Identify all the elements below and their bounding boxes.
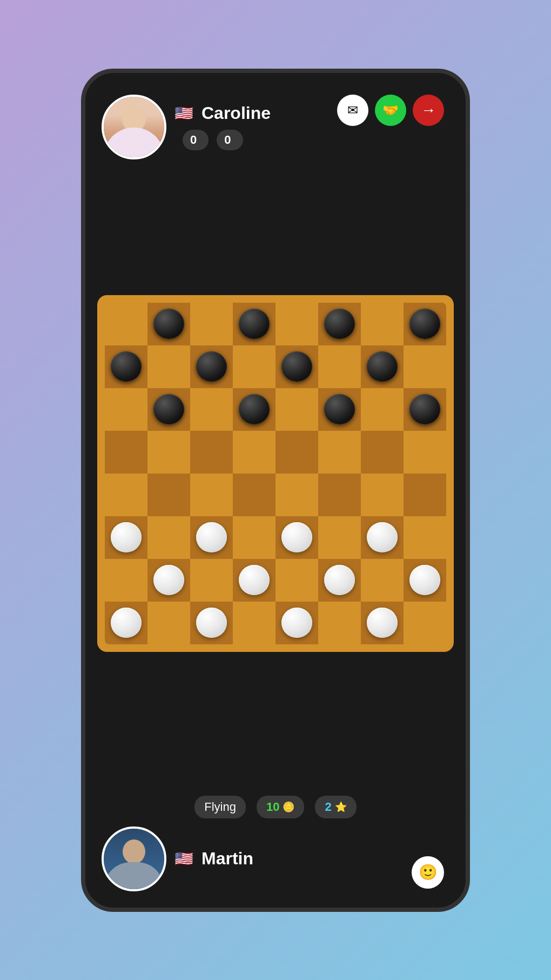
checker-black-2-1[interactable] (153, 394, 184, 425)
cell-6-4[interactable] (276, 559, 318, 602)
cell-1-5[interactable] (318, 345, 361, 388)
cell-6-0[interactable] (105, 559, 147, 602)
checker-white-7-0[interactable] (111, 608, 142, 638)
checker-white-5-2[interactable] (196, 522, 227, 553)
cell-6-2[interactable] (190, 559, 233, 602)
checker-black-1-4[interactable] (281, 351, 312, 382)
handshake-button[interactable]: 🤝 (375, 95, 406, 126)
cell-1-3[interactable] (233, 345, 276, 388)
checker-black-0-1[interactable] (153, 309, 184, 339)
checker-black-2-3[interactable] (239, 394, 270, 425)
checker-black-1-6[interactable] (367, 351, 398, 382)
checker-white-5-6[interactable] (367, 522, 398, 553)
cell-2-4[interactable] (276, 388, 318, 431)
cell-5-1[interactable] (147, 516, 190, 559)
cell-5-5[interactable] (318, 516, 361, 559)
cell-7-6[interactable] (361, 602, 404, 644)
cell-1-6[interactable] (361, 345, 404, 388)
cell-0-3[interactable] (233, 303, 276, 345)
checker-black-2-5[interactable] (324, 394, 355, 425)
cell-4-6[interactable] (361, 474, 404, 516)
cell-0-0[interactable] (105, 303, 147, 345)
cell-0-4[interactable] (276, 303, 318, 345)
coins-pill: 10 🪙 (257, 796, 304, 818)
cell-2-2[interactable] (190, 388, 233, 431)
checker-black-0-7[interactable] (409, 309, 440, 339)
cell-0-5[interactable] (318, 303, 361, 345)
cell-7-4[interactable] (276, 602, 318, 644)
cell-5-0[interactable] (105, 516, 147, 559)
cell-3-0[interactable] (105, 431, 147, 474)
cell-5-2[interactable] (190, 516, 233, 559)
cell-4-7[interactable] (404, 474, 446, 516)
cell-4-2[interactable] (190, 474, 233, 516)
cell-3-3[interactable] (233, 431, 276, 474)
bottom-info-bar: Flying 10 🪙 2 ⭐ (96, 788, 455, 824)
cell-0-2[interactable] (190, 303, 233, 345)
cell-6-6[interactable] (361, 559, 404, 602)
caroline-flag: 🇺🇸 (174, 104, 193, 122)
checker-black-0-5[interactable] (324, 309, 355, 339)
cell-7-2[interactable] (190, 602, 233, 644)
checker-white-6-3[interactable] (239, 565, 270, 596)
checker-white-7-6[interactable] (367, 608, 398, 638)
cell-4-5[interactable] (318, 474, 361, 516)
cell-2-1[interactable] (147, 388, 190, 431)
cell-4-0[interactable] (105, 474, 147, 516)
cell-3-5[interactable] (318, 431, 361, 474)
checker-black-0-3[interactable] (239, 309, 270, 339)
checker-white-5-0[interactable] (111, 522, 142, 553)
cell-1-0[interactable] (105, 345, 147, 388)
checker-black-2-7[interactable] (409, 394, 440, 425)
cell-2-5[interactable] (318, 388, 361, 431)
martin-info: 🇺🇸 Martin (174, 849, 253, 869)
checker-white-6-5[interactable] (324, 565, 355, 596)
cell-2-6[interactable] (361, 388, 404, 431)
cell-0-7[interactable] (404, 303, 446, 345)
checker-white-7-4[interactable] (281, 608, 312, 638)
cell-3-1[interactable] (147, 431, 190, 474)
emoji-button[interactable]: 🙂 (412, 856, 444, 889)
cell-7-5[interactable] (318, 602, 361, 644)
white-score: 0 (224, 133, 231, 147)
cell-0-6[interactable] (361, 303, 404, 345)
checker-black-1-0[interactable] (111, 351, 142, 382)
cell-2-7[interactable] (404, 388, 446, 431)
cell-2-3[interactable] (233, 388, 276, 431)
cell-3-6[interactable] (361, 431, 404, 474)
cell-3-4[interactable] (276, 431, 318, 474)
cell-5-6[interactable] (361, 516, 404, 559)
cell-3-2[interactable] (190, 431, 233, 474)
flying-pill: Flying (194, 796, 246, 818)
checker-white-7-2[interactable] (196, 608, 227, 638)
cell-1-1[interactable] (147, 345, 190, 388)
cell-1-7[interactable] (404, 345, 446, 388)
cell-7-1[interactable] (147, 602, 190, 644)
mail-button[interactable]: ✉ (337, 95, 368, 126)
cell-7-7[interactable] (404, 602, 446, 644)
caroline-avatar (102, 95, 166, 159)
checker-white-6-1[interactable] (153, 565, 184, 596)
cell-5-3[interactable] (233, 516, 276, 559)
cell-1-2[interactable] (190, 345, 233, 388)
cell-7-3[interactable] (233, 602, 276, 644)
cell-5-7[interactable] (404, 516, 446, 559)
cell-6-1[interactable] (147, 559, 190, 602)
cell-6-5[interactable] (318, 559, 361, 602)
checker-white-6-7[interactable] (409, 565, 440, 596)
cell-6-3[interactable] (233, 559, 276, 602)
cell-6-7[interactable] (404, 559, 446, 602)
cell-4-3[interactable] (233, 474, 276, 516)
cell-7-0[interactable] (105, 602, 147, 644)
cell-4-4[interactable] (276, 474, 318, 516)
arrow-button[interactable]: → (413, 95, 444, 126)
cell-5-4[interactable] (276, 516, 318, 559)
checkerboard[interactable] (105, 303, 446, 644)
cell-3-7[interactable] (404, 431, 446, 474)
cell-4-1[interactable] (147, 474, 190, 516)
checker-black-1-2[interactable] (196, 351, 227, 382)
cell-0-1[interactable] (147, 303, 190, 345)
cell-2-0[interactable] (105, 388, 147, 431)
cell-1-4[interactable] (276, 345, 318, 388)
checker-white-5-4[interactable] (281, 522, 312, 553)
